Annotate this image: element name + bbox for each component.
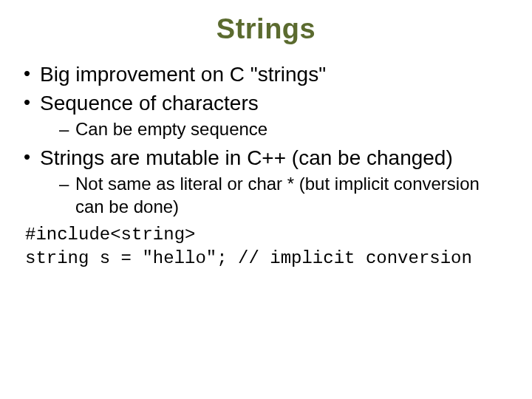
sub-bullet-list: Can be empty sequence bbox=[40, 117, 511, 140]
code-block: #include<string> string s = "hello"; // … bbox=[21, 223, 511, 271]
code-line: #include<string> bbox=[25, 225, 195, 245]
bullet-text: Strings are mutable in C++ (can be chang… bbox=[40, 146, 453, 169]
sub-bullet-item: Not same as literal or char * (but impli… bbox=[40, 172, 511, 218]
sub-bullet-text: Can be empty sequence bbox=[75, 119, 267, 139]
slide: Strings Big improvement on C "strings" S… bbox=[0, 0, 532, 399]
slide-title: Strings bbox=[21, 13, 511, 45]
sub-bullet-text: Not same as literal or char * (but impli… bbox=[75, 174, 480, 216]
bullet-list: Big improvement on C "strings" Sequence … bbox=[21, 61, 511, 219]
bullet-item: Sequence of characters Can be empty sequ… bbox=[21, 90, 511, 140]
sub-bullet-list: Not same as literal or char * (but impli… bbox=[40, 172, 511, 218]
bullet-text: Big improvement on C "strings" bbox=[40, 63, 326, 86]
code-line: string s = "hello"; // implicit conversi… bbox=[25, 248, 472, 268]
sub-bullet-item: Can be empty sequence bbox=[40, 117, 511, 140]
bullet-item: Big improvement on C "strings" bbox=[21, 61, 511, 87]
bullet-item: Strings are mutable in C++ (can be chang… bbox=[21, 145, 511, 218]
bullet-text: Sequence of characters bbox=[40, 92, 259, 115]
